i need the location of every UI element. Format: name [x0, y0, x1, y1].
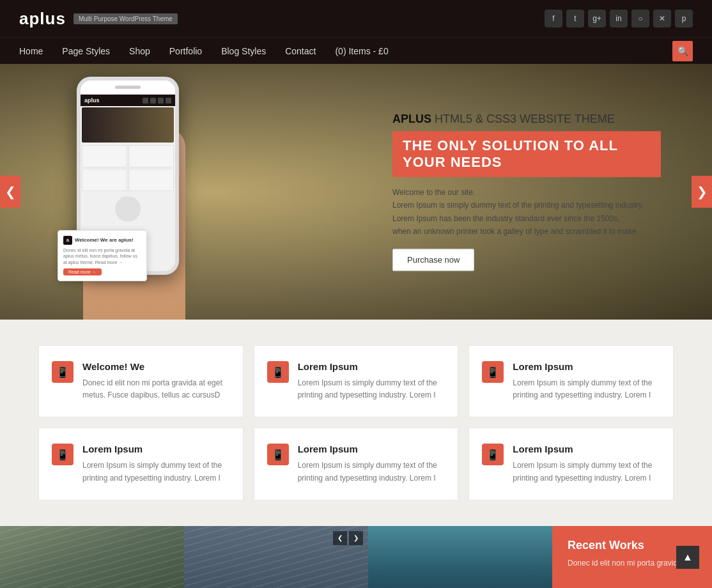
hero-title-brand: APLUS: [392, 112, 431, 125]
mobile-icon-1: 📱: [272, 366, 284, 378]
main-nav: Home Page Styles Shop Portfolio Blog Sty…: [0, 37, 712, 64]
feature-icon-2: 📱: [482, 361, 504, 383]
phone-logo: aplus: [84, 97, 100, 104]
feature-icon-0: 📱: [52, 361, 74, 383]
slider-prev-button[interactable]: ❮: [0, 176, 20, 208]
feature-text-5: Lorem Ipsum Lorem Ipsum is simply dummy …: [513, 444, 660, 484]
feature-desc-4: Lorem Ipsum is simply dummy text of the …: [298, 460, 445, 484]
search-icon: 🔍: [677, 46, 688, 56]
works-next-button[interactable]: ❯: [349, 531, 363, 545]
mobile-icon-5: 📱: [486, 449, 499, 461]
twitter-icon[interactable]: t: [566, 10, 584, 27]
feature-card-4: 📱 Lorem Ipsum Lorem Ipsum is simply dumm…: [254, 428, 459, 500]
feature-title-3: Lorem Ipsum: [82, 444, 230, 454]
feature-icon-1: 📱: [267, 361, 289, 383]
phone-icon-1: [143, 98, 148, 104]
feature-title-2: Lorem Ipsum: [513, 361, 660, 372]
logo-subtitle: Multi Purpose WordPress Theme: [74, 13, 178, 24]
hero-line3: Lorem Ipsum has been the industry standa…: [392, 214, 620, 223]
nav-item-page-styles[interactable]: Page Styles: [62, 40, 110, 63]
google-plus-icon[interactable]: g+: [588, 10, 606, 27]
phone-card-1: [82, 145, 127, 167]
mobile-icon: 📱: [56, 366, 69, 378]
feature-text-2: Lorem Ipsum Lorem Ipsum is simply dummy …: [513, 361, 660, 401]
feature-icon-5: 📱: [482, 444, 504, 465]
work-image-3: [368, 526, 552, 588]
phone-mockup: aplus a Welcome! We are aplus: [64, 70, 217, 320]
feature-text-4: Lorem Ipsum Lorem Ipsum is simply dummy …: [298, 444, 445, 484]
popup-title-text: Welcome! We are aplus!: [75, 237, 134, 243]
feature-card-1: 📱 Lorem Ipsum Lorem Ipsum is simply dumm…: [254, 345, 459, 417]
github-icon[interactable]: ○: [631, 10, 649, 27]
hero-slider: aplus a Welcome! We are aplus: [0, 64, 712, 320]
pinterest-icon[interactable]: p: [675, 10, 693, 27]
popup-logo: a: [63, 236, 72, 245]
feature-desc-5: Lorem Ipsum is simply dummy text of the …: [513, 460, 660, 484]
features-section: 📱 Welcome! We Donec id elit non mi porta…: [0, 320, 712, 526]
feature-icon-3: 📱: [52, 444, 74, 465]
phone-hero-image: [82, 107, 174, 143]
recent-works-section: ❮ ❯ Recent Works Donec id elit non mi po…: [0, 526, 712, 588]
slider-next-button[interactable]: ❯: [692, 176, 712, 208]
works-nav-buttons: ❮ ❯: [333, 531, 363, 545]
scroll-top-button[interactable]: ▲: [676, 546, 699, 569]
hero-line2: Lorem Ipsum is simply dummy text of the …: [392, 201, 644, 210]
feature-title-5: Lorem Ipsum: [513, 444, 660, 454]
feature-desc-1: Lorem Ipsum is simply dummy text of the …: [298, 377, 445, 401]
header-left: aplus Multi Purpose WordPress Theme: [19, 9, 178, 29]
feature-card-3: 📱 Lorem Ipsum Lorem Ipsum is simply dumm…: [38, 428, 244, 500]
social-links: f t g+ in ○ ✕ p: [545, 10, 693, 27]
nav-item-blog-styles[interactable]: Blog Styles: [221, 40, 266, 63]
feature-text-0: Welcome! We Donec id elit non mi porta g…: [82, 361, 230, 401]
hero-title-suffix: HTML5 & CSS3 WEBSITE THEME: [435, 112, 615, 125]
phone-icon-4: [166, 98, 171, 104]
works-prev-button[interactable]: ❮: [333, 531, 347, 545]
feature-title-0: Welcome! We: [82, 361, 230, 372]
feature-card-0: 📱 Welcome! We Donec id elit non mi porta…: [38, 345, 244, 417]
nav-item-contact[interactable]: Contact: [285, 40, 316, 63]
popup-button[interactable]: Read more →: [63, 268, 102, 275]
hero-content: APLUS HTML5 & CSS3 WEBSITE THEME THE ONL…: [392, 112, 661, 271]
work-img-bg-3: [368, 526, 552, 588]
feature-title-4: Lorem Ipsum: [298, 444, 445, 454]
phone-card-2: [128, 145, 174, 167]
nav-item-shop[interactable]: Shop: [129, 40, 150, 63]
work-image-1: [0, 526, 184, 588]
hero-cta-button[interactable]: Purchase now: [392, 249, 474, 271]
feature-desc-2: Lorem Ipsum is simply dummy text of the …: [513, 377, 660, 401]
escalator-lines-1: [0, 526, 184, 588]
xing-icon[interactable]: ✕: [653, 10, 671, 27]
hero-line4: when an unknown printer took a galley of…: [392, 227, 638, 236]
phone-popup: a Welcome! We are aplus! Donec id elit n…: [58, 230, 147, 281]
search-button[interactable]: 🔍: [672, 41, 693, 61]
nav-item-portfolio[interactable]: Portfolio: [169, 40, 202, 63]
works-images: ❮ ❯: [0, 526, 552, 588]
mobile-icon-4: 📱: [272, 449, 284, 461]
phone-card-3: [82, 169, 127, 191]
features-grid: 📱 Welcome! We Donec id elit non mi porta…: [38, 345, 674, 500]
phone-icon-2: [150, 98, 156, 104]
feature-card-2: 📱 Lorem Ipsum Lorem Ipsum is simply dumm…: [468, 345, 674, 417]
phone-top-bar: [81, 81, 175, 95]
feature-desc-0: Donec id elit non mi porta gravida at eg…: [82, 377, 230, 401]
popup-text: Donec id elit non mi porta gravida at ap…: [63, 247, 141, 266]
facebook-icon[interactable]: f: [545, 10, 562, 27]
phone-speaker: [115, 86, 141, 89]
nav-item-cart[interactable]: (0) Items - £0: [335, 40, 388, 63]
popup-title: a Welcome! We are aplus!: [63, 236, 141, 245]
hero-banner: THE ONLY SOLUTION TO ALL YOUR NEEDS: [392, 131, 661, 177]
phone-icon-3: [158, 98, 164, 104]
logo: aplus: [19, 9, 66, 29]
mobile-icon-2: 📱: [486, 366, 499, 378]
work-image-2: ❮ ❯: [184, 526, 368, 588]
hero-description: Welcome to the our site. Lorem Ipsum is …: [392, 186, 661, 238]
phone-home-button: [115, 196, 141, 222]
linkedin-icon[interactable]: in: [610, 10, 628, 27]
nav-items: Home Page Styles Shop Portfolio Blog Sty…: [19, 40, 672, 63]
feature-icon-4: 📱: [267, 444, 289, 465]
nav-item-home[interactable]: Home: [19, 40, 43, 63]
hero-title: APLUS HTML5 & CSS3 WEBSITE THEME: [392, 112, 661, 126]
phone-cards: [81, 144, 175, 192]
header: aplus Multi Purpose WordPress Theme f t …: [0, 0, 712, 37]
mobile-icon-3: 📱: [56, 449, 69, 461]
